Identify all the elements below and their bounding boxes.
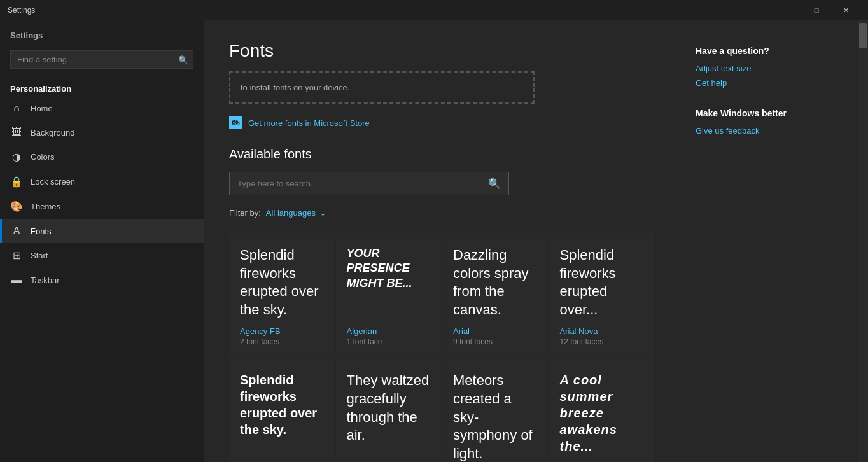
font-search-icon[interactable]: 🔍 xyxy=(480,172,508,195)
font-faces: 12 font faces xyxy=(560,337,644,346)
chevron-down-icon: ⌄ xyxy=(319,208,326,218)
font-card-bahnschrift[interactable]: They waltzed gracefully through the air.… xyxy=(336,358,442,462)
font-faces: 9 font faces xyxy=(453,337,537,346)
font-card-arial[interactable]: Dazzling colors spray from the canvas. A… xyxy=(442,233,548,357)
maximize-button[interactable]: □ xyxy=(802,0,831,20)
sidebar-item-label: Lock screen xyxy=(31,177,75,186)
font-preview: Splendid fireworks erupted over the sky. xyxy=(240,246,324,319)
font-preview: A cool summer breeze awakens the... xyxy=(560,372,644,462)
sidebar-item-taskbar[interactable]: ▬ Taskbar xyxy=(0,268,204,292)
font-card-algerian[interactable]: YOUR PRESENCE MIGHT BE... Algerian 1 fon… xyxy=(336,233,442,357)
sidebar-item-label: Background xyxy=(31,128,74,137)
app-body: Settings 🔍 Personalization ⌂ Home 🖼 Back… xyxy=(0,20,868,462)
sidebar-item-colors[interactable]: ◑ Colors xyxy=(0,144,204,169)
page-title: Fonts xyxy=(229,41,654,61)
nav-items-container: ⌂ Home 🖼 Background ◑ Colors 🔒 Lock scre… xyxy=(0,96,204,292)
minimize-button[interactable]: — xyxy=(773,0,802,20)
font-card-bauhaus[interactable]: A cool summer breeze awakens the... Bauh… xyxy=(549,358,655,462)
close-button[interactable]: ✕ xyxy=(831,0,860,20)
sidebar-item-label: Home xyxy=(31,104,53,113)
themes-icon: 🎨 xyxy=(10,200,23,213)
get-help-link[interactable]: Get help xyxy=(696,78,843,88)
sidebar-item-background[interactable]: 🖼 Background xyxy=(0,120,204,144)
sidebar-item-lock-screen[interactable]: 🔒 Lock screen xyxy=(0,169,204,194)
font-preview: Dazzling colors spray from the canvas. xyxy=(453,246,537,319)
font-search-input[interactable] xyxy=(230,174,480,193)
right-panel: Have a question? Adjust text size Get he… xyxy=(680,20,858,462)
font-search-box: 🔍 xyxy=(229,172,509,195)
font-name: Agency FB xyxy=(240,326,324,336)
search-box: 🔍 xyxy=(10,50,193,69)
title-bar-controls: — □ ✕ xyxy=(773,0,860,20)
home-icon: ⌂ xyxy=(10,102,23,114)
sidebar-item-start[interactable]: ⊞ Start xyxy=(0,243,204,268)
title-bar: Settings — □ ✕ xyxy=(0,0,868,20)
section-label: Personalization xyxy=(0,79,204,96)
sidebar-app-title: Settings xyxy=(0,20,204,45)
question-heading: Have a question? xyxy=(696,46,843,56)
sidebar-item-home[interactable]: ⌂ Home xyxy=(0,96,204,120)
ms-store-label: Get more fonts in Microsoft Store xyxy=(248,118,370,128)
filter-label: Filter by: xyxy=(229,208,261,218)
have-a-question-section: Have a question? Adjust text size Get he… xyxy=(696,46,843,88)
font-faces: 1 font face xyxy=(347,337,431,346)
filter-dropdown[interactable]: All languages ⌄ xyxy=(266,208,326,218)
font-card-arial-rounded[interactable]: Splendid fireworks erupted over the sky.… xyxy=(229,358,335,462)
sidebar-item-label: Colors xyxy=(31,152,55,162)
drop-zone: to install fonts on your device. xyxy=(229,71,535,104)
font-name: Algerian xyxy=(347,326,431,336)
sidebar-item-fonts[interactable]: A Fonts xyxy=(0,219,204,243)
font-name: Arial xyxy=(453,326,537,336)
sidebar-item-label: Fonts xyxy=(31,227,52,236)
font-grid: Splendid fireworks erupted over the sky.… xyxy=(229,233,654,462)
lock-screen-icon: 🔒 xyxy=(10,176,23,188)
title-bar-title: Settings xyxy=(8,6,773,15)
fonts-icon: A xyxy=(10,225,23,237)
search-icon: 🔍 xyxy=(178,55,188,64)
font-preview: Splendid fireworks erupted over the sky. xyxy=(240,372,324,462)
scrollbar-thumb xyxy=(859,23,867,48)
font-card-baskerville[interactable]: Meteors created a sky-symphony of light.… xyxy=(442,358,548,462)
sidebar-item-label: Taskbar xyxy=(31,276,60,285)
sidebar-item-themes[interactable]: 🎨 Themes xyxy=(0,194,204,219)
window-scrollbar[interactable] xyxy=(858,20,868,462)
feedback-heading: Make Windows better xyxy=(696,108,843,118)
font-preview: YOUR PRESENCE MIGHT BE... xyxy=(347,246,431,319)
feedback-section: Make Windows better Give us feedback xyxy=(696,108,843,136)
taskbar-icon: ▬ xyxy=(10,274,23,286)
filter-bar: Filter by: All languages ⌄ xyxy=(229,208,654,218)
font-preview: Meteors created a sky-symphony of light. xyxy=(453,372,537,462)
search-input[interactable] xyxy=(10,50,193,69)
sidebar: Settings 🔍 Personalization ⌂ Home 🖼 Back… xyxy=(0,20,204,462)
main-content: Fonts to install fonts on your device. 🛍… xyxy=(204,20,680,462)
font-preview: Splendid fireworks erupted over... xyxy=(560,246,644,319)
font-card-arial-nova[interactable]: Splendid fireworks erupted over... Arial… xyxy=(549,233,655,357)
font-faces: 2 font faces xyxy=(240,337,324,346)
drop-zone-text: to install fonts on your device. xyxy=(241,83,349,92)
available-fonts-title: Available fonts xyxy=(229,147,654,162)
filter-value: All languages xyxy=(266,208,316,218)
sidebar-item-label: Start xyxy=(31,251,48,260)
colors-icon: ◑ xyxy=(10,151,23,163)
store-icon: 🛍 xyxy=(229,116,242,129)
give-feedback-link[interactable]: Give us feedback xyxy=(696,126,843,136)
adjust-text-link[interactable]: Adjust text size xyxy=(696,64,843,73)
ms-store-link[interactable]: 🛍 Get more fonts in Microsoft Store xyxy=(229,116,654,129)
background-icon: 🖼 xyxy=(10,127,23,138)
font-card-agency-fb[interactable]: Splendid fireworks erupted over the sky.… xyxy=(229,233,335,357)
font-name: Arial Nova xyxy=(560,326,644,336)
font-preview: They waltzed gracefully through the air. xyxy=(347,372,431,462)
sidebar-item-label: Themes xyxy=(31,202,60,211)
start-icon: ⊞ xyxy=(10,249,23,262)
